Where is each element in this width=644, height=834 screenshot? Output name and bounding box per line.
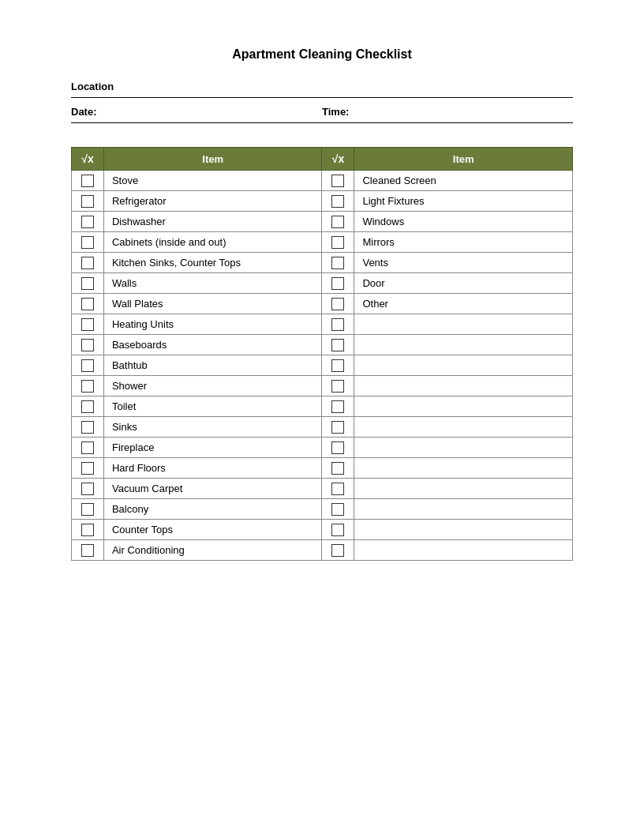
right-checkbox-cell[interactable]	[322, 171, 354, 191]
right-checkbox[interactable]	[331, 400, 344, 413]
left-item-cell: Kitchen Sinks, Counter Tops	[103, 253, 322, 273]
page-title: Apartment Cleaning Checklist	[71, 47, 573, 62]
right-checkbox-cell[interactable]	[322, 499, 354, 520]
right-checkbox[interactable]	[331, 195, 344, 208]
left-item-header: Item	[103, 148, 322, 171]
right-checkbox-cell[interactable]	[322, 520, 354, 540]
right-checkbox-cell[interactable]	[322, 438, 354, 458]
right-checkbox-cell[interactable]	[322, 253, 354, 273]
right-checkbox[interactable]	[331, 421, 344, 434]
left-checkbox-cell[interactable]	[72, 232, 104, 253]
right-checkbox[interactable]	[331, 359, 344, 372]
right-item-cell: Cleaned Screen	[354, 171, 573, 191]
left-checkbox[interactable]	[81, 503, 94, 516]
right-checkbox[interactable]	[331, 318, 344, 331]
left-checkbox-cell[interactable]	[72, 458, 104, 479]
left-checkbox-cell[interactable]	[72, 191, 104, 212]
left-checkbox[interactable]	[81, 524, 94, 536]
right-checkbox-cell[interactable]	[322, 540, 354, 561]
right-checkbox[interactable]	[331, 462, 344, 475]
left-checkbox[interactable]	[81, 318, 94, 331]
right-checkbox-cell[interactable]	[322, 335, 354, 355]
right-checkbox-cell[interactable]	[322, 314, 354, 335]
right-header-icon: √x	[332, 152, 344, 165]
right-checkbox-cell[interactable]	[322, 273, 354, 294]
right-checkbox-cell[interactable]	[322, 417, 354, 438]
left-checkbox[interactable]	[81, 175, 94, 187]
right-check-header: √x	[322, 148, 354, 171]
left-checkbox-cell[interactable]	[72, 540, 104, 561]
left-checkbox[interactable]	[81, 277, 94, 290]
left-checkbox-cell[interactable]	[72, 314, 104, 335]
right-checkbox[interactable]	[331, 236, 344, 249]
left-checkbox[interactable]	[81, 462, 94, 475]
left-checkbox-cell[interactable]	[72, 520, 104, 540]
table-row: DishwasherWindows	[72, 212, 573, 232]
left-checkbox-cell[interactable]	[72, 376, 104, 396]
left-checkbox[interactable]	[81, 380, 94, 393]
right-checkbox-cell[interactable]	[322, 396, 354, 417]
right-checkbox[interactable]	[331, 277, 344, 290]
left-checkbox[interactable]	[81, 421, 94, 434]
left-checkbox[interactable]	[81, 236, 94, 249]
right-checkbox-cell[interactable]	[322, 376, 354, 396]
right-item-cell	[354, 540, 573, 561]
left-checkbox-cell[interactable]	[72, 212, 104, 232]
left-checkbox-cell[interactable]	[72, 479, 104, 499]
right-checkbox-cell[interactable]	[322, 355, 354, 376]
right-item-cell	[354, 335, 573, 355]
left-checkbox-cell[interactable]	[72, 273, 104, 294]
right-checkbox[interactable]	[331, 380, 344, 393]
left-checkbox[interactable]	[81, 483, 94, 495]
left-item-cell: Refrigerator	[103, 191, 322, 212]
left-checkbox[interactable]	[81, 257, 94, 269]
left-item-cell: Baseboards	[103, 335, 322, 355]
table-row: Shower	[72, 376, 573, 396]
date-time-row: Date: Time:	[71, 101, 573, 123]
right-checkbox[interactable]	[331, 257, 344, 269]
right-checkbox[interactable]	[331, 441, 344, 454]
table-row: Heating Units	[72, 314, 573, 335]
left-header-icon: √x	[81, 152, 93, 165]
left-checkbox-cell[interactable]	[72, 335, 104, 355]
left-checkbox[interactable]	[81, 359, 94, 372]
left-checkbox[interactable]	[81, 195, 94, 208]
right-checkbox[interactable]	[331, 216, 344, 228]
right-checkbox[interactable]	[331, 503, 344, 516]
left-checkbox[interactable]	[81, 339, 94, 351]
right-checkbox-cell[interactable]	[322, 232, 354, 253]
checklist-table: √x Item √x Item StoveCleaned ScreenRefri…	[71, 147, 573, 561]
right-checkbox[interactable]	[331, 524, 344, 536]
right-checkbox[interactable]	[331, 175, 344, 187]
left-checkbox-cell[interactable]	[72, 438, 104, 458]
left-checkbox[interactable]	[81, 400, 94, 413]
left-checkbox-cell[interactable]	[72, 396, 104, 417]
right-checkbox[interactable]	[331, 483, 344, 495]
left-item-cell: Sinks	[103, 417, 322, 438]
time-label: Time:	[322, 106, 349, 118]
date-label: Date:	[71, 106, 97, 118]
left-checkbox-cell[interactable]	[72, 294, 104, 314]
right-checkbox-cell[interactable]	[322, 294, 354, 314]
right-item-cell: Other	[354, 294, 573, 314]
right-checkbox-cell[interactable]	[322, 191, 354, 212]
left-checkbox[interactable]	[81, 216, 94, 228]
right-item-cell	[354, 396, 573, 417]
right-checkbox[interactable]	[331, 298, 344, 310]
right-checkbox-cell[interactable]	[322, 458, 354, 479]
right-checkbox[interactable]	[331, 339, 344, 351]
left-checkbox-cell[interactable]	[72, 355, 104, 376]
right-checkbox[interactable]	[331, 544, 344, 557]
left-checkbox[interactable]	[81, 298, 94, 310]
left-item-cell: Balcony	[103, 499, 322, 520]
right-checkbox-cell[interactable]	[322, 212, 354, 232]
right-item-cell	[354, 355, 573, 376]
right-item-cell	[354, 417, 573, 438]
left-checkbox[interactable]	[81, 544, 94, 557]
left-checkbox-cell[interactable]	[72, 417, 104, 438]
left-checkbox-cell[interactable]	[72, 499, 104, 520]
left-checkbox-cell[interactable]	[72, 253, 104, 273]
right-checkbox-cell[interactable]	[322, 479, 354, 499]
left-checkbox[interactable]	[81, 441, 94, 454]
left-checkbox-cell[interactable]	[72, 171, 104, 191]
